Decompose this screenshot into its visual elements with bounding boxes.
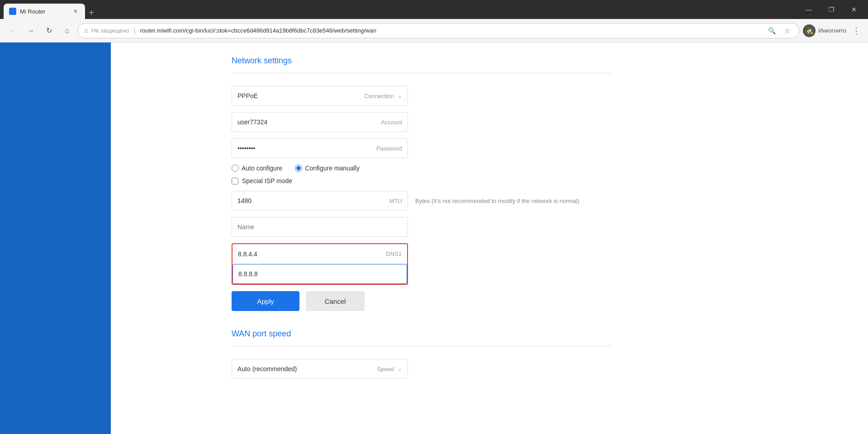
connection-type-dropdown[interactable]: PPPoE Connection ⌄ <box>232 86 408 106</box>
radio-row: Auto configure Configure manually <box>232 165 612 172</box>
dns2-input[interactable] <box>238 270 401 278</box>
browser-chrome: Mi Router ✕ + — ❐ ✕ <box>0 0 868 19</box>
special-isp-checkbox[interactable] <box>232 178 238 184</box>
connection-dropdown-arrow: ⌄ <box>398 93 402 99</box>
radio-auto-label: Auto configure <box>242 165 282 172</box>
connection-type-value: PPPoE <box>237 92 258 99</box>
wan-speed-value: Auto (recommended) <box>237 365 297 373</box>
dns1-field[interactable]: DNS1 <box>232 244 407 264</box>
incognito-icon: 🕵 <box>803 24 816 37</box>
special-isp-row: Special ISP mode <box>232 177 612 184</box>
password-input[interactable] <box>237 145 376 152</box>
minimize-button[interactable]: — <box>798 2 819 17</box>
apply-button[interactable]: Apply <box>232 291 299 311</box>
radio-auto-input[interactable] <box>232 165 239 172</box>
radio-manual-input[interactable] <box>295 165 302 172</box>
maximize-button[interactable]: ❐ <box>821 2 842 17</box>
wan-speed-dropdown[interactable]: Auto (recommended) Speed ⌄ <box>232 359 408 379</box>
connection-type-row: PPPoE Connection ⌄ <box>232 86 612 106</box>
dns1-input[interactable] <box>238 250 386 258</box>
form-area: Network settings PPPoE Connection ⌄ Acco… <box>232 56 612 379</box>
account-label: Account <box>381 119 402 126</box>
security-label: Не защищено <box>91 27 129 34</box>
password-label: Password <box>376 145 402 152</box>
name-input[interactable] <box>237 223 402 231</box>
divider-wan <box>232 346 612 346</box>
bookmark-icon-btn[interactable]: ☆ <box>781 24 793 37</box>
tab-close-button[interactable]: ✕ <box>71 7 80 15</box>
account-input[interactable] <box>237 118 381 126</box>
window-controls: — ❐ ✕ <box>798 2 864 17</box>
search-icon-btn[interactable]: 🔍 <box>765 24 778 37</box>
home-button[interactable]: ⌂ <box>60 24 74 38</box>
back-button[interactable]: ← <box>5 24 20 38</box>
incognito-area: 🕵 Инкогнито <box>803 24 846 37</box>
incognito-label: Инкогнито <box>818 27 846 34</box>
refresh-button[interactable]: ↻ <box>42 24 56 38</box>
page-wrapper: Network settings PPPoE Connection ⌄ Acco… <box>0 42 868 434</box>
close-button[interactable]: ✕ <box>844 2 864 17</box>
cancel-button[interactable]: Cancel <box>306 291 365 311</box>
connection-label: Connection <box>364 93 394 99</box>
radio-configure-manually[interactable]: Configure manually <box>295 165 360 172</box>
forward-button[interactable]: → <box>24 24 38 38</box>
active-tab[interactable]: Mi Router ✕ <box>4 4 85 19</box>
wan-speed-arrow: ⌄ <box>398 366 402 372</box>
wan-speed-label: Speed <box>377 366 394 373</box>
mtu-note: Bytes (It's not recommended to modify if… <box>415 198 579 204</box>
mtu-input[interactable] <box>237 197 389 204</box>
right-panel <box>732 42 868 434</box>
url-text: router.miwifi.com/cgi-bin/luci/;stok=cbc… <box>140 27 763 34</box>
address-bar[interactable]: ⚠ Не защищено | router.miwifi.com/cgi-bi… <box>78 23 799 38</box>
tab-bar: Mi Router ✕ + <box>4 0 796 19</box>
address-bar-row: ← → ↻ ⌂ ⚠ Не защищено | router.miwifi.co… <box>0 19 868 42</box>
wan-port-speed-title: WAN port speed <box>232 329 612 339</box>
main-content: Network settings PPPoE Connection ⌄ Acco… <box>111 42 732 434</box>
radio-auto-configure[interactable]: Auto configure <box>232 165 282 172</box>
network-settings-title: Network settings <box>232 56 612 66</box>
wan-speed-row: Auto (recommended) Speed ⌄ <box>232 359 612 379</box>
dns1-label: DNS1 <box>386 250 402 257</box>
divider-network <box>232 73 612 73</box>
dns2-field[interactable] <box>232 264 407 284</box>
mtu-row: MTU Bytes (It's not recommended to modif… <box>232 191 612 211</box>
mtu-field[interactable]: MTU <box>232 191 408 211</box>
tab-title: Mi Router <box>20 8 68 15</box>
tab-favicon <box>9 8 16 15</box>
new-tab-button[interactable]: + <box>85 6 98 19</box>
security-icon: ⚠ <box>84 28 89 34</box>
mtu-label: MTU <box>389 198 402 204</box>
account-field[interactable]: Account <box>232 112 408 132</box>
browser-menu-button[interactable]: ⋮ <box>850 24 863 37</box>
name-field[interactable] <box>232 217 408 237</box>
radio-manual-label: Configure manually <box>305 165 360 172</box>
account-field-row: Account <box>232 112 612 132</box>
sidebar <box>0 42 111 434</box>
dns-box: DNS1 <box>232 243 408 285</box>
special-isp-label: Special ISP mode <box>242 177 292 184</box>
button-row: Apply Cancel <box>232 291 612 311</box>
name-field-row <box>232 217 612 237</box>
password-field-row: Password <box>232 138 612 158</box>
password-field[interactable]: Password <box>232 138 408 158</box>
